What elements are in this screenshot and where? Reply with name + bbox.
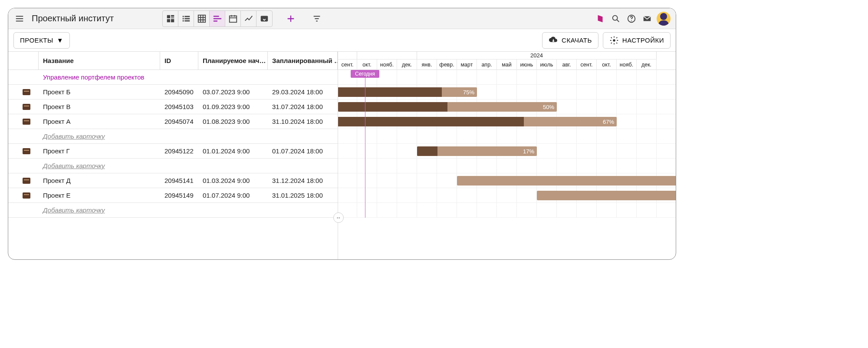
add-icon[interactable] (283, 11, 299, 27)
col-id[interactable]: ID (160, 52, 198, 70)
briefcase-icon (23, 192, 30, 199)
month-cell: нояб. (617, 60, 637, 70)
table-row[interactable]: Проект Г 20945122 01.01.2024 9:00 01.07.… (8, 144, 338, 159)
projects-dropdown[interactable]: ПРОЕКТЫ ▼ (13, 32, 70, 49)
svg-rect-4 (171, 19, 174, 22)
cell-id: 20945103 (160, 103, 198, 110)
add-card-link[interactable]: Добавить карточку (39, 162, 338, 169)
cell-name: Проект Д (39, 177, 160, 184)
table-row[interactable]: Проект А 20945074 01.08.2023 9:00 31.10.… (8, 114, 338, 129)
month-cell: окт. (597, 60, 617, 70)
main-toolbar: Проектный институт (8, 8, 676, 29)
book-icon[interactable] (592, 11, 608, 27)
svg-rect-0 (167, 15, 170, 18)
gantt-bar-pct: 75% (463, 89, 474, 96)
gantt-bar[interactable]: 0% (537, 191, 676, 200)
svg-rect-1 (171, 15, 174, 17)
cell-end: 31.10.2024 18:00 (268, 118, 338, 125)
svg-rect-11 (198, 15, 205, 22)
cell-start: 01.08.2023 9:00 (198, 118, 268, 125)
cell-end: 29.03.2024 18:00 (268, 88, 338, 96)
cell-end: 31.01.2025 18:00 (268, 192, 338, 199)
table-row[interactable]: Управление портфелем проектов (8, 70, 338, 85)
gantt-bar[interactable]: 0% (457, 176, 676, 186)
settings-label: НАСТРОЙКИ (622, 36, 664, 44)
sub-toolbar: ПРОЕКТЫ ▼ СКАЧАТЬ НАСТРОЙКИ (8, 29, 676, 52)
gantt-body: Сегодня75%50%67%17%0%0% (338, 70, 676, 218)
gantt-view-icon[interactable] (210, 11, 225, 27)
table-row[interactable]: Добавить карточку (8, 203, 338, 218)
col-name[interactable]: Название (39, 52, 160, 70)
briefcase-icon (23, 104, 30, 110)
month-cell: март (457, 60, 477, 70)
month-cell: июнь (517, 60, 537, 70)
view-switcher (162, 10, 273, 27)
gantt-row (338, 70, 676, 85)
settings-button[interactable]: НАСТРОЙКИ (603, 32, 671, 49)
split-handle[interactable]: ↔ (333, 212, 344, 223)
add-card-link[interactable]: Добавить карточку (39, 133, 338, 140)
cell-id: 20945141 (160, 177, 198, 184)
month-cell: дек. (637, 60, 657, 70)
table-row[interactable]: Проект Е 20945149 01.07.2024 9:00 31.01.… (8, 188, 338, 203)
month-cell: авг. (557, 60, 577, 70)
gantt-bar[interactable]: 75% (338, 87, 477, 97)
svg-rect-10 (184, 20, 190, 21)
table-view-icon[interactable] (194, 11, 210, 27)
gantt-pane: 2024 сент.окт.нояб.дек.янв.февр.мартапр.… (338, 52, 676, 259)
briefcase-icon (23, 148, 30, 154)
cell-end: 01.07.2024 18:00 (268, 147, 338, 155)
col-start[interactable]: Планируемое нач… (198, 52, 268, 70)
month-cell: окт. (357, 60, 377, 70)
gantt-row (338, 203, 676, 218)
cloud-download-icon (549, 36, 558, 45)
cell-name: Проект В (39, 103, 160, 110)
cell-end: 31.12.2024 18:00 (268, 177, 338, 184)
month-cell: янв. (417, 60, 437, 70)
filter-icon[interactable] (309, 11, 325, 27)
gantt-bar-pct: 67% (603, 119, 614, 125)
col-end[interactable]: Запланированный … (268, 52, 338, 70)
month-cell: июль (537, 60, 557, 70)
cell-start: 01.03.2024 9:00 (198, 177, 268, 184)
archive-view-icon[interactable] (256, 11, 272, 27)
month-cell: февр. (437, 60, 457, 70)
table-row[interactable]: Добавить карточку (8, 159, 338, 173)
add-card-link[interactable]: Добавить карточку (39, 206, 338, 214)
month-cell: дек. (397, 60, 417, 70)
gantt-bar[interactable]: 67% (338, 117, 617, 126)
gantt-row (338, 129, 676, 144)
cell-id: 20945090 (160, 88, 198, 96)
cell-id: 20945149 (160, 192, 198, 199)
board-view-icon[interactable] (163, 11, 178, 27)
month-cell: май (497, 60, 517, 70)
svg-rect-6 (184, 16, 190, 17)
briefcase-icon (23, 178, 30, 184)
table-row[interactable]: Проект В 20945103 01.09.2023 9:00 31.07.… (8, 99, 338, 114)
gantt-bar[interactable]: 17% (417, 146, 537, 156)
cell-start: 01.01.2024 9:00 (198, 147, 268, 155)
search-icon[interactable] (608, 11, 624, 27)
list-view-icon[interactable] (178, 11, 194, 27)
chart-view-icon[interactable] (241, 11, 256, 27)
table-row[interactable]: Проект Б 20945090 03.07.2023 9:00 29.03.… (8, 85, 338, 99)
table-row[interactable]: Добавить карточку (8, 129, 338, 144)
svg-rect-9 (182, 20, 184, 21)
table-row[interactable]: Проект Д 20945141 01.03.2024 9:00 31.12.… (8, 173, 338, 188)
gantt-row: 50% (338, 99, 676, 114)
help-icon[interactable] (624, 11, 639, 27)
cell-id: 20945122 (160, 147, 198, 155)
menu-icon[interactable] (12, 11, 27, 27)
gantt-bar[interactable]: 50% (338, 102, 557, 112)
cell-id: 20945074 (160, 118, 198, 125)
gantt-row (338, 159, 676, 173)
app-title: Проектный институт (32, 13, 114, 23)
month-cell: апр. (477, 60, 497, 70)
user-avatar[interactable] (657, 12, 671, 26)
svg-point-18 (613, 39, 615, 42)
calendar-view-icon[interactable] (225, 11, 241, 27)
mail-icon[interactable] (639, 11, 655, 27)
download-button[interactable]: СКАЧАТЬ (542, 32, 598, 49)
table-rows: Управление портфелем проектов Проект Б 2… (8, 70, 338, 218)
chevron-down-icon: ▼ (57, 36, 63, 44)
